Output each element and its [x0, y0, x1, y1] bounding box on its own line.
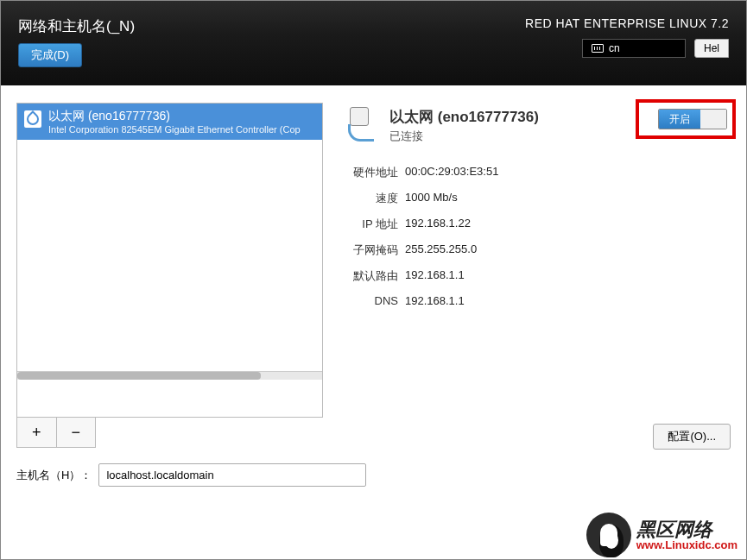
remove-device-button[interactable]: − [57, 418, 96, 447]
header-right: RED HAT ENTERPRISE LINUX 7.2 cn Hel [525, 16, 729, 73]
prop-label: 子网掩码 [345, 242, 398, 258]
done-button[interactable]: 完成(D) [18, 43, 82, 67]
switch-on-label: 开启 [659, 110, 700, 129]
main-content: 以太网 (eno16777736) Intel Corporation 8254… [1, 85, 746, 456]
page-title: 网络和主机名(_N) [18, 16, 135, 36]
device-list[interactable]: 以太网 (eno16777736) Intel Corporation 8254… [16, 103, 323, 418]
hostname-label: 主机名（H）： [16, 468, 92, 483]
prop-value: 192.168.1.1 [405, 268, 465, 284]
connection-header: 以太网 (eno16777736) 已连接 开启 [345, 107, 731, 144]
keyboard-layout-label: cn [609, 42, 620, 54]
device-list-actions: + − [16, 418, 96, 448]
ethernet-port-icon [345, 107, 381, 143]
prop-label: 默认路由 [345, 268, 398, 284]
device-subtitle: Intel Corporation 82545EM Gigabit Ethern… [48, 124, 301, 135]
switch-highlight-box: 开启 [636, 99, 736, 139]
configure-button[interactable]: 配置(O)... [653, 424, 731, 450]
prop-row-speed: 速度 1000 Mb/s [345, 191, 731, 206]
watermark-text: 黑区网络 [636, 520, 738, 539]
switch-knob [700, 110, 726, 129]
ethernet-icon [24, 110, 41, 128]
device-text: 以太网 (eno16777736) Intel Corporation 8254… [48, 109, 301, 135]
header-left: 网络和主机名(_N) 完成(D) [18, 16, 135, 73]
hostname-row: 主机名（H）： [1, 456, 746, 494]
connection-properties: 硬件地址 00:0C:29:03:E3:51 速度 1000 Mb/s IP 地… [345, 165, 731, 307]
prop-value: 192.168.1.22 [405, 217, 471, 232]
help-button[interactable]: Hel [694, 39, 729, 58]
header-bar: 网络和主机名(_N) 完成(D) RED HAT ENTERPRISE LINU… [1, 1, 746, 85]
device-name: 以太网 (eno16777736) [48, 109, 301, 124]
watermark-text-block: 黑区网络 www.Linuxidc.com [636, 520, 738, 551]
prop-label: 硬件地址 [345, 165, 398, 180]
prop-row-mask: 子网掩码 255.255.255.0 [345, 242, 731, 258]
prop-row-gateway: 默认路由 192.168.1.1 [345, 268, 731, 284]
watermark: 黑区网络 www.Linuxidc.com [586, 513, 738, 557]
horizontal-scrollbar[interactable] [17, 371, 322, 380]
prop-row-hw: 硬件地址 00:0C:29:03:E3:51 [345, 165, 731, 180]
header-controls: cn Hel [582, 39, 729, 58]
hostname-input[interactable] [98, 463, 366, 487]
device-list-empty [17, 140, 322, 371]
connection-panel: 以太网 (eno16777736) 已连接 开启 硬件地址 00:0C:29:0… [332, 103, 731, 448]
prop-value: 00:0C:29:03:E3:51 [405, 165, 498, 180]
prop-row-dns: DNS 192.168.1.1 [345, 294, 731, 307]
device-list-item[interactable]: 以太网 (eno16777736) Intel Corporation 8254… [17, 104, 322, 140]
prop-label: DNS [345, 294, 398, 307]
watermark-url: www.Linuxidc.com [636, 539, 738, 551]
prop-row-ip: IP 地址 192.168.1.22 [345, 217, 731, 232]
device-panel: 以太网 (eno16777736) Intel Corporation 8254… [16, 103, 323, 448]
prop-value: 192.168.1.1 [405, 294, 465, 307]
prop-value: 255.255.255.0 [405, 242, 477, 258]
prop-value: 1000 Mb/s [405, 191, 458, 206]
prop-label: 速度 [345, 191, 398, 206]
add-device-button[interactable]: + [17, 418, 57, 447]
connection-toggle[interactable]: 开启 [658, 109, 727, 129]
prop-label: IP 地址 [345, 217, 398, 232]
keyboard-layout-indicator[interactable]: cn [582, 39, 686, 58]
keyboard-icon [592, 44, 604, 53]
product-name: RED HAT ENTERPRISE LINUX 7.2 [525, 16, 729, 30]
